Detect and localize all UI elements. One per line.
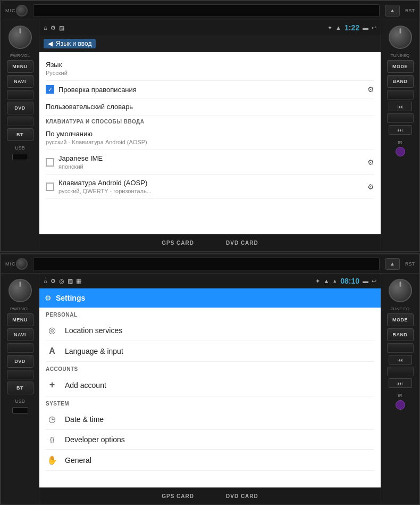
- general-row[interactable]: ✋ General: [46, 450, 374, 471]
- settings-list-2: PERSONAL ◎ Location services A Language …: [39, 308, 381, 471]
- disc-slot[interactable]: [33, 4, 380, 17]
- date-time-row[interactable]: ◷ Date & time: [46, 409, 374, 430]
- pwr-vol-label-1: PWR·VOL: [10, 53, 30, 58]
- menu-button-1[interactable]: MENU: [7, 60, 33, 73]
- gps-card-label-2[interactable]: GPS CARD: [162, 493, 194, 499]
- default-kb-title: По умолчанию: [46, 130, 374, 138]
- bottom-bar-2: GPS CARD DVD CARD: [39, 487, 381, 504]
- usb-port-2[interactable]: [12, 407, 28, 413]
- bt-button-2[interactable]: BT: [7, 382, 33, 394]
- location-icon-2: ◎: [59, 278, 64, 285]
- system-section-2: SYSTEM: [46, 396, 374, 409]
- ir-indicator-1: [396, 147, 405, 156]
- top-bar-2: MIC ▲ RST: [1, 254, 419, 274]
- band-button-2[interactable]: BAND: [387, 328, 414, 341]
- tune-eq-label-1: TUNE·EQ: [391, 53, 410, 58]
- image-icon-1: ▨: [59, 24, 64, 31]
- bluetooth-icon-2: ✦: [315, 278, 320, 285]
- android-kb-checkbox[interactable]: [46, 183, 54, 191]
- menu-button-2[interactable]: MENU: [7, 313, 33, 326]
- language-input-label: Language & input: [65, 347, 123, 355]
- personal-section-2: PERSONAL: [46, 308, 374, 320]
- location-services-label: Location services: [65, 326, 122, 335]
- lang-title: Язык: [46, 61, 374, 69]
- developer-options-row[interactable]: {} Developer options: [46, 430, 374, 450]
- add-account-row[interactable]: + Add account: [46, 374, 374, 396]
- android-kb-settings-icon[interactable]: ⚙: [367, 183, 374, 191]
- status-time-2: 08:10: [340, 277, 359, 285]
- lang-value: Русский: [46, 70, 374, 76]
- default-kb-item[interactable]: По умолчанию русский - Клавиатура Androi…: [46, 126, 374, 150]
- dvd-card-label-1[interactable]: DVD CARD: [226, 240, 258, 246]
- disc-slot-2[interactable]: [33, 258, 380, 270]
- mic-label-2: MIC: [5, 261, 16, 267]
- prev-button-1[interactable]: ⏮: [389, 102, 412, 111]
- pwr-vol-knob-2[interactable]: [9, 279, 32, 302]
- default-kb-value: русский - Клавиатура Android (AOSP): [46, 139, 374, 145]
- home-icon-1: ⌂: [44, 24, 47, 31]
- keyboard-section-label: КЛАВИАТУРА И СПОСОБЫ ВВОДА: [46, 115, 374, 126]
- band-button-1[interactable]: BAND: [387, 75, 414, 88]
- language-input-row[interactable]: A Language & input: [46, 341, 374, 362]
- location-services-row[interactable]: ◎ Location services: [46, 320, 374, 341]
- disc-icon-2: [16, 258, 28, 270]
- nav-title-1: Язык и ввод: [56, 40, 91, 47]
- lang-item[interactable]: Язык Русский: [46, 56, 374, 81]
- settings-header-icon-2: ⚙: [45, 294, 52, 302]
- prev-button-2[interactable]: ⏮: [389, 355, 412, 365]
- android-kb-row[interactable]: Клавиатура Android (AOSP) русский, QWERT…: [46, 175, 374, 199]
- screen-content-1: Язык Русский ✓ Проверка правописания ⚙ П…: [39, 52, 381, 234]
- settings-header-title-2: Settings: [56, 294, 85, 302]
- mode-button-1[interactable]: MODE: [387, 60, 414, 73]
- signal-bars-2: ▲: [332, 278, 337, 284]
- left-panel-2: PWR·VOL MENU NAVI DVD BT USB: [1, 274, 39, 504]
- clock-icon-row: ◷: [46, 414, 58, 424]
- hand-icon-row: ✋: [46, 455, 58, 465]
- ir-label-2: IR: [398, 393, 402, 398]
- tune-eq-knob-1[interactable]: [389, 26, 412, 49]
- dvd-button-2[interactable]: DVD: [7, 355, 33, 368]
- mode-button-2[interactable]: MODE: [387, 313, 414, 326]
- japanese-sub: японский: [58, 163, 103, 170]
- back-button-1[interactable]: ◀ Язык и ввод: [44, 39, 96, 48]
- usb-port-1[interactable]: [12, 154, 28, 160]
- next-button-1[interactable]: ⏭: [389, 125, 412, 135]
- image-icon-2: ▨: [68, 278, 73, 285]
- top-bar-1: MIC ▲ RST: [1, 1, 419, 20]
- usb-label-2: USB: [15, 399, 25, 404]
- spell-check-settings-icon[interactable]: ⚙: [367, 85, 374, 94]
- tune-eq-knob-2[interactable]: [389, 279, 412, 302]
- eject-button-1[interactable]: ▲: [385, 5, 400, 16]
- usb-label-1: USB: [15, 145, 25, 151]
- japanese-left: Japanese IME японский: [46, 154, 103, 170]
- japanese-title: Japanese IME: [58, 154, 103, 162]
- dvd-button-1[interactable]: DVD: [7, 102, 33, 114]
- spell-check-row[interactable]: ✓ Проверка правописания ⚙: [46, 81, 374, 98]
- back-icon-1[interactable]: ↩: [372, 24, 376, 31]
- spell-check-label: Проверка правописания: [58, 86, 137, 94]
- navi-button-1[interactable]: NAVI: [7, 75, 33, 88]
- navi-button-2[interactable]: NAVI: [7, 328, 33, 341]
- japanese-ime-row[interactable]: Japanese IME японский ⚙: [46, 150, 374, 175]
- ir-indicator-2: [396, 400, 405, 410]
- spell-check-checkbox[interactable]: ✓: [46, 85, 54, 94]
- japanese-settings-icon[interactable]: ⚙: [367, 158, 374, 167]
- left-panel-1: PWR·VOL MENU NAVI DVD BT USB: [1, 20, 39, 251]
- home-icon-2: ⌂: [44, 278, 47, 284]
- back-icon-2[interactable]: ↩: [372, 278, 376, 285]
- status-bar-2: ⌂ ⚙ ◎ ▨ ▦ ✦ ▲ ▲ 08:10 ▬ ↩: [39, 274, 381, 288]
- japanese-checkbox[interactable]: [46, 158, 54, 167]
- android-kb-title: Клавиатура Android (AOSP): [58, 179, 152, 187]
- screen-1: ⌂ ⚙ ▨ ✦ ▲ 1:22 ▬ ↩ ◀ Язык и ввод: [39, 20, 381, 251]
- language-icon-row: A: [46, 346, 58, 356]
- pwr-vol-knob-1[interactable]: [9, 26, 32, 49]
- dvd-card-label-2[interactable]: DVD CARD: [226, 493, 258, 499]
- status-icons-left-2: ⌂ ⚙ ◎ ▨ ▦: [44, 278, 81, 285]
- screen-2: ⌂ ⚙ ◎ ▨ ▦ ✦ ▲ ▲ 08:10 ▬ ↩ ⚙ Setting: [39, 274, 381, 504]
- bt-button-1[interactable]: BT: [7, 128, 33, 141]
- gps-card-label-1[interactable]: GPS CARD: [162, 240, 194, 246]
- spell-check-left: ✓ Проверка правописания: [46, 85, 137, 94]
- user-dict-item[interactable]: Пользовательский словарь: [46, 98, 374, 115]
- eject-button-2[interactable]: ▲: [385, 258, 400, 270]
- next-button-2[interactable]: ⏭: [389, 378, 412, 388]
